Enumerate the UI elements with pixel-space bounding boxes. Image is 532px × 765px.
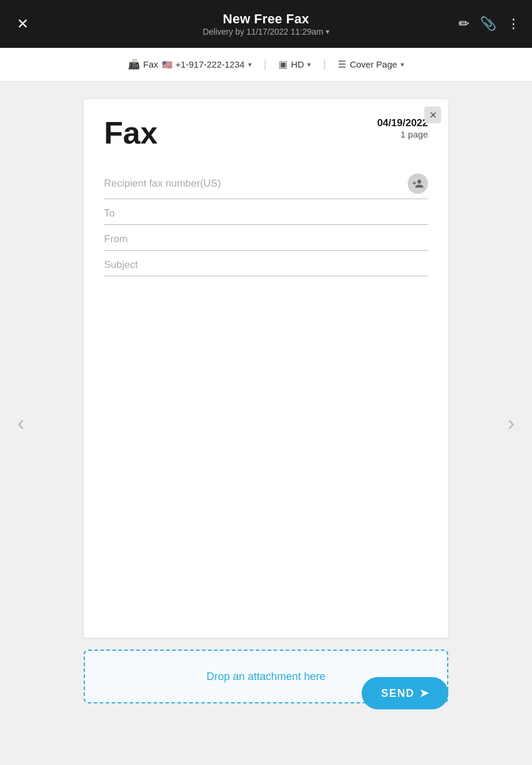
drop-zone-wrapper: Drop an attachment here SEND ➤ xyxy=(84,650,448,715)
toolbar-separator-1: | xyxy=(264,58,267,71)
next-page-button[interactable]: › xyxy=(496,409,526,438)
cover-page-icon: ☰ xyxy=(338,59,346,70)
top-bar: ✕ New Free Fax Delivery by 11/17/2022 11… xyxy=(0,0,532,48)
page-title: New Free Fax xyxy=(203,11,329,27)
fax-label: Fax xyxy=(143,59,158,69)
subject-input-row xyxy=(104,252,428,276)
to-input[interactable] xyxy=(104,208,428,220)
main-area: ‹ ✕ Fax 04/19/2022 1 page xyxy=(0,81,532,765)
fax-chevron: ▾ xyxy=(248,60,252,69)
toolbar-separator-2: | xyxy=(323,58,326,71)
more-options-icon[interactable]: ⋮ xyxy=(507,16,520,32)
subject-field xyxy=(104,252,428,276)
cover-page-selector[interactable]: ☰ Cover Page ▾ xyxy=(333,56,409,72)
prev-page-button[interactable]: ‹ xyxy=(6,409,36,438)
to-input-row xyxy=(104,200,428,225)
fax-header: Fax 04/19/2022 1 page xyxy=(104,117,428,148)
send-arrow-icon: ➤ xyxy=(420,687,430,700)
fax-number-selector[interactable]: 📠 Fax 🇺🇸 +1-917-222-1234 ▾ xyxy=(123,56,257,72)
from-input-row xyxy=(104,226,428,251)
fax-card-title: Fax xyxy=(104,117,158,148)
cover-chevron: ▾ xyxy=(400,60,404,69)
recipient-input-row xyxy=(104,166,428,199)
fax-icon: 📠 xyxy=(128,59,140,70)
drop-zone-text: Drop an attachment here xyxy=(206,670,325,683)
fax-pages: 1 page xyxy=(377,129,428,139)
delivery-info: Delivery by 11/17/2022 11:29am ▾ xyxy=(203,27,329,36)
send-button[interactable]: SEND ➤ xyxy=(362,677,448,709)
fax-meta: 04/19/2022 1 page xyxy=(377,117,428,139)
to-field xyxy=(104,200,428,225)
from-input[interactable] xyxy=(104,233,428,245)
attach-icon[interactable]: 📎 xyxy=(480,16,496,32)
recipient-field xyxy=(104,166,428,199)
cover-label: Cover Page xyxy=(350,59,397,69)
fax-date: 04/19/2022 xyxy=(377,117,428,129)
card-close-button[interactable]: ✕ xyxy=(424,106,441,123)
header-title-group: New Free Fax Delivery by 11/17/2022 11:2… xyxy=(203,11,329,36)
close-button[interactable]: ✕ xyxy=(12,13,33,35)
toolbar: 📠 Fax 🇺🇸 +1-917-222-1234 ▾ | ▣ HD ▾ | ☰ … xyxy=(0,48,532,81)
person-add-svg xyxy=(412,178,424,190)
fax-card: ✕ Fax 04/19/2022 1 page xyxy=(84,99,448,638)
fax-flag: 🇺🇸 xyxy=(162,60,172,69)
add-recipient-icon[interactable] xyxy=(408,173,428,194)
fax-number: +1-917-222-1234 xyxy=(176,59,245,69)
top-bar-actions: ✏ 📎 ⋮ xyxy=(458,16,520,32)
edit-icon[interactable]: ✏ xyxy=(458,16,469,32)
hd-chevron: ▾ xyxy=(307,60,311,69)
hd-icon: ▣ xyxy=(279,59,288,70)
send-label: SEND xyxy=(381,687,414,700)
recipient-fax-input[interactable] xyxy=(104,178,408,190)
from-field xyxy=(104,226,428,251)
hd-selector[interactable]: ▣ HD ▾ xyxy=(274,56,316,72)
hd-label: HD xyxy=(291,59,304,69)
subject-input[interactable] xyxy=(104,259,428,271)
